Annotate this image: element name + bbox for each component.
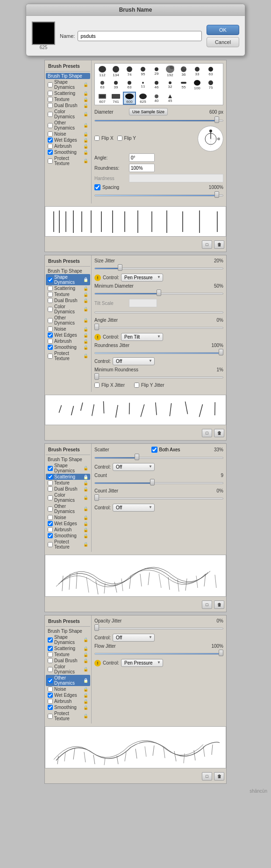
smoothing4-check[interactable]: [48, 705, 53, 710]
sidebar-item2-wetedges[interactable]: Wet Edges 🔒: [46, 332, 90, 338]
sidebar-item3-brushtip[interactable]: Brush Tip Shape: [46, 456, 90, 463]
brush-cell-10[interactable]: 63: [96, 78, 109, 91]
control1-select[interactable]: Pen Pressure: [121, 274, 163, 282]
wetedges-check[interactable]: [48, 137, 53, 143]
brush-name-input[interactable]: [78, 31, 202, 41]
min-roundness-slider-row[interactable]: [94, 374, 223, 381]
angle-jitter-slider-row[interactable]: [94, 325, 223, 331]
sidebar-item2-scatter[interactable]: Scattering 🔒: [46, 285, 90, 291]
color-dynamics-check[interactable]: [48, 112, 53, 117]
sidebar-item-brushtip[interactable]: Brush Tip Shape: [46, 73, 90, 79]
sidebar-item2-dual[interactable]: Dual Brush 🔒: [46, 297, 90, 304]
scatter-thumb[interactable]: [135, 454, 139, 460]
angle-jitter-thumb[interactable]: [94, 324, 99, 330]
brush-cell-22[interactable]: 625: [136, 92, 150, 105]
new-preset-btn-3[interactable]: □: [202, 600, 212, 609]
noise4-check[interactable]: [48, 687, 53, 692]
sidebar-item-texture[interactable]: Texture 🔒: [46, 96, 90, 102]
brush-cell-16[interactable]: 55: [177, 78, 190, 91]
scatter3-check[interactable]: [48, 474, 53, 479]
sidebar-item2-other[interactable]: Other Dynamics 🔒: [46, 315, 90, 326]
spacing-slider[interactable]: [94, 192, 223, 199]
sidebar-item-smoothing[interactable]: Smoothing 🔒: [46, 149, 90, 155]
wetedges4-check[interactable]: [48, 693, 53, 698]
delete-preset-btn-1[interactable]: 🗑: [214, 240, 224, 249]
diameter-slider[interactable]: [94, 117, 223, 124]
brush-cell-2[interactable]: 134: [109, 65, 122, 78]
brush-cell-1[interactable]: 112: [96, 65, 109, 78]
delete-preset-btn-4[interactable]: 🗑: [214, 772, 224, 781]
sidebar-item2-shape[interactable]: Shape Dynamics 🔒: [46, 274, 90, 285]
brush-cell-5[interactable]: 29: [150, 65, 163, 78]
sidebar-item-wetedges[interactable]: Wet Edges 🔒: [46, 137, 90, 143]
protect2-check[interactable]: [48, 354, 53, 359]
count-jitter-slider-row[interactable]: [94, 495, 223, 502]
both-axes-check[interactable]: [151, 447, 157, 453]
sidebar-item4-noise[interactable]: Noise 🔒: [46, 686, 90, 692]
delete-preset-btn-2[interactable]: 🗑: [214, 429, 224, 437]
flip-y-check[interactable]: [117, 136, 122, 141]
noise2-check[interactable]: [48, 326, 53, 332]
sidebar-item3-smoothing[interactable]: Smoothing 🔒: [46, 533, 90, 539]
sidebar-item4-brushtip[interactable]: Brush Tip Shape: [46, 628, 90, 634]
sidebar-item2-airbrush[interactable]: Airbrush 🔒: [46, 338, 90, 344]
brush-cell-17[interactable]: 100: [191, 78, 204, 91]
sidebar-item4-color[interactable]: Color Dynamics 🔒: [46, 664, 90, 675]
dual-brush-check[interactable]: [48, 103, 53, 108]
scatter4-check[interactable]: [48, 646, 53, 651]
opacity-control-select[interactable]: Off: [113, 634, 155, 642]
roundness-input[interactable]: [129, 164, 155, 172]
sidebar-item3-airbrush[interactable]: Airbrush 🔒: [46, 527, 90, 533]
sidebar-item-dual[interactable]: Dual Brush 🔒: [46, 102, 90, 108]
sidebar-item3-color[interactable]: Color Dynamics 🔒: [46, 492, 90, 503]
sidebar-item2-color[interactable]: Color Dynamics 🔒: [46, 304, 90, 315]
sidebar-item-shape[interactable]: Shape Dynamics 🔒: [46, 79, 90, 90]
new-preset-btn-4[interactable]: □: [202, 772, 212, 781]
sidebar-item-airbrush[interactable]: Airbrush 🔒: [46, 143, 90, 149]
brush-cell-8[interactable]: 33: [191, 65, 204, 78]
brush-cell-21[interactable]: 600: [123, 92, 136, 105]
new-preset-btn-1[interactable]: □: [202, 240, 212, 249]
opacity-jitter-thumb[interactable]: [94, 624, 99, 631]
sidebar-item3-scatter[interactable]: Scattering 🔒: [46, 474, 90, 480]
dual2-check[interactable]: [48, 298, 53, 303]
airbrush3-check[interactable]: [48, 527, 53, 532]
sidebar-item3-shape[interactable]: Shape Dynamics 🔒: [46, 463, 90, 474]
flip-x-check[interactable]: [94, 136, 100, 141]
shape3-check[interactable]: [48, 466, 53, 471]
sidebar-item2-protect[interactable]: Protect Texture 🔒: [46, 350, 90, 362]
scatter2-check[interactable]: [48, 286, 53, 291]
sidebar-item4-smoothing[interactable]: Smoothing 🔒: [46, 704, 90, 710]
cancel-button[interactable]: Cancel: [207, 37, 239, 47]
count-thumb[interactable]: [150, 479, 155, 485]
scatter-slider-row[interactable]: [94, 455, 223, 461]
flip-y-jitter-check[interactable]: [134, 383, 139, 388]
smoothing3-check[interactable]: [48, 533, 53, 538]
min-diam-slider-row[interactable]: [94, 290, 223, 297]
protect4-check[interactable]: [48, 714, 53, 719]
roundness-jitter-slider-row[interactable]: [94, 350, 223, 356]
other3-check[interactable]: [48, 506, 53, 512]
color2-check[interactable]: [48, 307, 53, 312]
texture2-check[interactable]: [48, 292, 53, 297]
sidebar-item3-wetedges[interactable]: Wet Edges 🔒: [46, 521, 90, 527]
wetedges2-check[interactable]: [48, 333, 53, 338]
brush-cell-4[interactable]: 95: [136, 65, 150, 78]
scattering-check[interactable]: [48, 91, 53, 96]
other-dynamics-check[interactable]: [48, 123, 53, 128]
sidebar-item3-texture[interactable]: Texture 🔒: [46, 480, 90, 486]
scatter-control2-select[interactable]: Off: [113, 504, 155, 512]
airbrush2-check[interactable]: [48, 339, 53, 344]
angle-input[interactable]: [129, 153, 155, 162]
sidebar-item-protect[interactable]: Protect Texture 🔒: [46, 155, 90, 166]
sidebar-item3-protect[interactable]: Protect Texture 🔒: [46, 539, 90, 550]
sidebar-item3-other[interactable]: Other Dynamics 🔒: [46, 503, 90, 514]
flow-jitter-slider-row[interactable]: [94, 651, 223, 657]
control3-select[interactable]: Off: [113, 357, 155, 365]
sidebar-item4-scatter[interactable]: Scattering 🔒: [46, 645, 90, 651]
scatter-control1-select[interactable]: Off: [113, 463, 155, 471]
other4-check[interactable]: [48, 678, 53, 683]
brush-cell-23[interactable]: 40: [150, 92, 163, 105]
sidebar-item-color[interactable]: Color Dynamics 🔒: [46, 108, 90, 120]
wetedges3-check[interactable]: [48, 521, 53, 526]
